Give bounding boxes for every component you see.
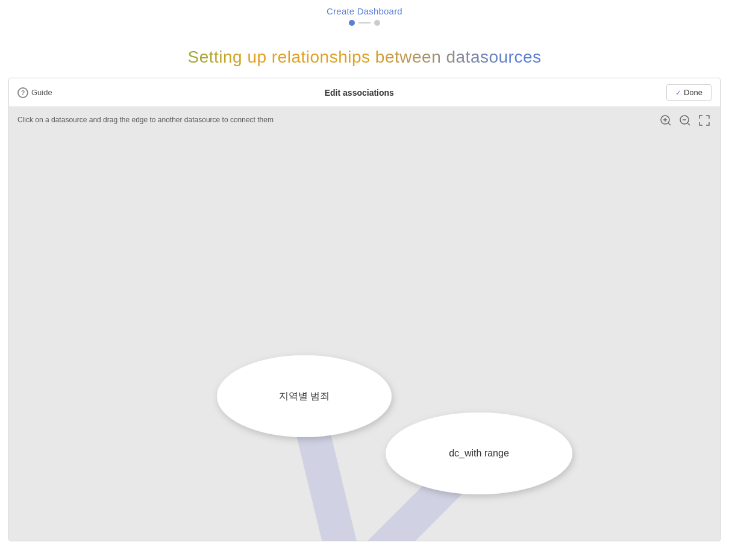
- top-header: Create Dashboard: [0, 0, 729, 31]
- graph-canvas: Click on a datasource and drag the edge …: [9, 107, 720, 541]
- done-button[interactable]: ✓ Done: [666, 84, 712, 101]
- check-icon: ✓: [675, 89, 681, 97]
- step-1-dot: [349, 20, 355, 26]
- page-title-section: Setting up relationships between datasou…: [0, 48, 729, 67]
- node-label: dc_with range: [449, 448, 509, 459]
- stepper: [0, 20, 729, 26]
- panel-header: ? Guide Edit associations ✓ Done: [9, 78, 720, 107]
- step-line: [358, 22, 371, 23]
- guide-button[interactable]: ? Guide: [17, 87, 52, 98]
- graph-svg: 지역별 범죄dc_with rangecsv_file: [9, 107, 720, 541]
- main-panel: ? Guide Edit associations ✓ Done Click o…: [8, 78, 721, 541]
- page-title: Setting up relationships between datasou…: [0, 48, 729, 67]
- done-label: Done: [684, 88, 702, 97]
- node-label: 지역별 범죄: [279, 391, 330, 401]
- edit-associations-label: Edit associations: [325, 88, 394, 98]
- step-2-dot: [374, 20, 380, 26]
- datasource-node[interactable]: 지역별 범죄: [217, 355, 392, 437]
- guide-label: Guide: [31, 88, 52, 97]
- datasource-node[interactable]: dc_with range: [386, 412, 572, 494]
- create-dashboard-title: Create Dashboard: [0, 6, 729, 16]
- guide-icon: ?: [17, 87, 28, 98]
